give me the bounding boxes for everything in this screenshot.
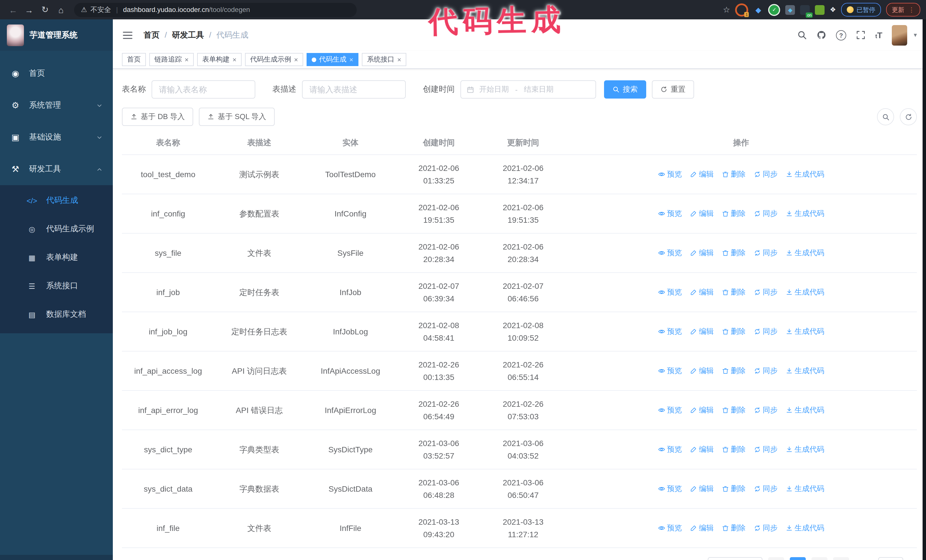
refresh-table-button[interactable] xyxy=(900,108,917,125)
row-action-preview[interactable]: 预览 xyxy=(658,325,682,338)
row-action-delete[interactable]: 删除 xyxy=(722,522,746,534)
row-action-sync[interactable]: 同步 xyxy=(754,286,778,299)
extension-grid-icon[interactable]: ◆ xyxy=(785,5,795,15)
sidebar-collapse-bar[interactable] xyxy=(0,555,113,560)
row-action-generate-code[interactable]: 生成代码 xyxy=(785,207,824,220)
prev-page-button[interactable]: ‹ xyxy=(768,557,784,560)
sidebar-submenu-item[interactable]: ☰ 系统接口 xyxy=(0,272,113,300)
github-icon[interactable] xyxy=(817,30,826,40)
tag-view-item[interactable]: 链路追踪 × xyxy=(149,53,194,66)
extension-orange-icon[interactable]: 1 xyxy=(735,3,748,16)
toggle-search-button[interactable] xyxy=(877,108,894,125)
close-icon[interactable]: × xyxy=(397,56,401,63)
row-action-sync[interactable]: 同步 xyxy=(754,207,778,220)
row-action-preview[interactable]: 预览 xyxy=(658,247,682,259)
sidebar-submenu-item[interactable]: ▤ 数据库文档 xyxy=(0,300,113,329)
row-action-generate-code[interactable]: 生成代码 xyxy=(785,365,824,377)
row-action-sync[interactable]: 同步 xyxy=(754,325,778,338)
row-action-sync[interactable]: 同步 xyxy=(754,522,778,534)
page-size-select[interactable]: 10条/页▾ xyxy=(708,557,763,560)
row-action-preview[interactable]: 预览 xyxy=(658,443,682,456)
sidebar-menu-item[interactable]: ▣ 基础设施 xyxy=(0,121,113,153)
browser-home-button[interactable]: ⌂ xyxy=(54,2,68,17)
row-action-generate-code[interactable]: 生成代码 xyxy=(785,522,824,534)
breadcrumb-item[interactable]: 研发工具 xyxy=(172,30,204,39)
row-action-generate-code[interactable]: 生成代码 xyxy=(785,286,824,299)
row-action-edit[interactable]: 编辑 xyxy=(690,325,714,338)
row-action-edit[interactable]: 编辑 xyxy=(690,522,714,534)
row-action-preview[interactable]: 预览 xyxy=(658,286,682,299)
font-size-icon[interactable]: tT xyxy=(875,30,882,40)
row-action-sync[interactable]: 同步 xyxy=(754,247,778,259)
row-action-generate-code[interactable]: 生成代码 xyxy=(785,168,824,181)
row-action-sync[interactable]: 同步 xyxy=(754,365,778,377)
page-number-button[interactable]: 2 xyxy=(811,557,828,560)
row-action-edit[interactable]: 编辑 xyxy=(690,207,714,220)
row-action-delete[interactable]: 删除 xyxy=(722,286,746,299)
hamburger-icon[interactable] xyxy=(122,29,133,41)
tag-view-item[interactable]: 首页 xyxy=(122,53,146,66)
extension-check-icon[interactable]: ✓ xyxy=(768,4,780,16)
row-action-generate-code[interactable]: 生成代码 xyxy=(785,404,824,417)
row-action-delete[interactable]: 删除 xyxy=(722,207,746,220)
extension-dark-icon[interactable]: on xyxy=(800,5,810,15)
close-icon[interactable]: × xyxy=(294,56,298,63)
row-action-preview[interactable]: 预览 xyxy=(658,404,682,417)
row-action-delete[interactable]: 删除 xyxy=(722,404,746,417)
sidebar-submenu-item[interactable]: ▦ 表单构建 xyxy=(0,243,113,272)
row-action-preview[interactable]: 预览 xyxy=(658,207,682,220)
sidebar-submenu-item[interactable]: </> 代码生成 xyxy=(0,186,113,215)
table-desc-input[interactable] xyxy=(302,80,406,98)
avatar-caret-down-icon[interactable]: ▾ xyxy=(914,31,917,39)
browser-reload-button[interactable]: ↻ xyxy=(38,2,53,17)
goto-page-input[interactable] xyxy=(878,557,903,560)
address-bar[interactable]: ⚠ 不安全 | dashboard.yudao.iocoder.cn/tool/… xyxy=(74,3,357,17)
row-action-preview[interactable]: 预览 xyxy=(658,483,682,495)
sidebar-menu-item[interactable]: ⚒ 研发工具 xyxy=(0,153,113,185)
page-number-button[interactable]: 1 xyxy=(790,557,806,560)
row-action-delete[interactable]: 删除 xyxy=(722,247,746,259)
row-action-delete[interactable]: 删除 xyxy=(722,443,746,456)
tag-view-item[interactable]: 代码生成 × xyxy=(307,53,359,66)
close-icon[interactable]: × xyxy=(349,56,353,63)
next-page-button[interactable]: › xyxy=(833,557,849,560)
close-icon[interactable]: × xyxy=(233,56,236,63)
fullscreen-icon[interactable] xyxy=(856,30,865,40)
tag-view-item[interactable]: 系统接口 × xyxy=(362,53,406,66)
row-action-generate-code[interactable]: 生成代码 xyxy=(785,325,824,338)
row-action-preview[interactable]: 预览 xyxy=(658,168,682,181)
row-action-preview[interactable]: 预览 xyxy=(658,365,682,377)
tag-view-item[interactable]: 代码生成示例 × xyxy=(245,53,303,66)
row-action-delete[interactable]: 删除 xyxy=(722,168,746,181)
reset-button[interactable]: 重置 xyxy=(652,80,694,98)
row-action-generate-code[interactable]: 生成代码 xyxy=(785,247,824,259)
table-name-input[interactable] xyxy=(151,80,255,98)
browser-back-button[interactable]: ← xyxy=(6,2,21,17)
row-action-generate-code[interactable]: 生成代码 xyxy=(785,483,824,495)
row-action-sync[interactable]: 同步 xyxy=(754,404,778,417)
kebab-menu-icon[interactable]: ⋮ xyxy=(908,6,915,14)
sidebar-submenu-item[interactable]: ◎ 代码生成示例 xyxy=(0,215,113,243)
row-action-delete[interactable]: 删除 xyxy=(722,325,746,338)
row-action-edit[interactable]: 编辑 xyxy=(690,286,714,299)
tag-view-item[interactable]: 表单构建 × xyxy=(197,53,242,66)
extension-monkey-icon[interactable] xyxy=(815,5,825,15)
row-action-edit[interactable]: 编辑 xyxy=(690,247,714,259)
row-action-delete[interactable]: 删除 xyxy=(722,365,746,377)
update-button[interactable]: 更新⋮ xyxy=(886,3,920,17)
extensions-puzzle-icon[interactable]: ❖ xyxy=(830,6,836,14)
bookmark-star-icon[interactable]: ☆ xyxy=(723,5,730,14)
logo-bar[interactable]: 芋道管理系统 xyxy=(0,20,113,51)
import-db-button[interactable]: 基于 DB 导入 xyxy=(122,108,194,126)
row-action-edit[interactable]: 编辑 xyxy=(690,365,714,377)
row-action-delete[interactable]: 删除 xyxy=(722,483,746,495)
close-icon[interactable]: × xyxy=(185,56,189,63)
row-action-edit[interactable]: 编辑 xyxy=(690,483,714,495)
browser-scrollbar[interactable] xyxy=(923,20,926,560)
help-icon[interactable]: ? xyxy=(836,30,846,40)
extension-gem-icon[interactable]: ◆ xyxy=(754,5,763,15)
date-range-picker[interactable]: 开始日期 - 结束日期 xyxy=(460,80,596,98)
search-icon[interactable] xyxy=(797,30,807,40)
row-action-edit[interactable]: 编辑 xyxy=(690,404,714,417)
paused-chip[interactable]: 已暂停 xyxy=(841,3,881,17)
